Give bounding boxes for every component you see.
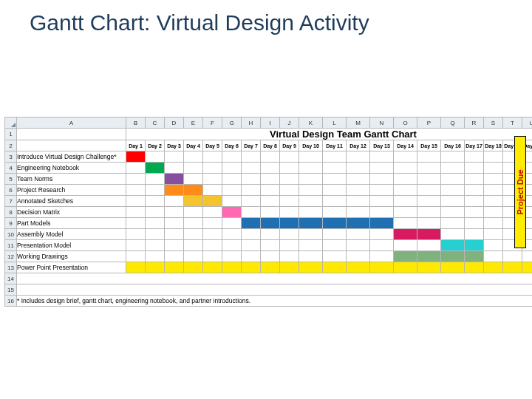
gantt-cell	[184, 196, 203, 207]
spreadsheet-gantt: A B C D E F G H I J K L M N O P Q R S T …	[4, 117, 528, 307]
gantt-cell	[261, 151, 280, 163]
col-header[interactable]: A	[17, 117, 126, 129]
gantt-cell	[299, 196, 323, 207]
day-header: Day 17	[465, 140, 484, 151]
gantt-cell	[347, 262, 370, 273]
gantt-cell	[222, 229, 242, 240]
col-header[interactable]: D	[165, 117, 184, 129]
gantt-chart-title: Virtual Design Team Gantt Chart	[126, 129, 533, 140]
gantt-cell	[261, 174, 280, 185]
gantt-cell	[222, 218, 242, 229]
day-header: Day 12	[347, 140, 370, 151]
row-header[interactable]: 10	[5, 229, 17, 240]
gantt-cell	[370, 262, 394, 273]
col-header[interactable]: L	[323, 117, 347, 129]
gantt-cell	[261, 229, 280, 240]
gantt-cell	[441, 262, 465, 273]
col-header[interactable]: Q	[441, 117, 465, 129]
col-header[interactable]: M	[347, 117, 370, 129]
gantt-cell	[184, 229, 203, 240]
gantt-cell	[417, 174, 441, 185]
gantt-cell	[394, 251, 417, 262]
gantt-cell	[299, 174, 323, 185]
gantt-cell	[441, 229, 465, 240]
gantt-cell	[522, 262, 533, 273]
row-header[interactable]: 3	[5, 151, 17, 163]
gantt-cell	[126, 196, 146, 207]
gantt-cell	[222, 163, 242, 174]
row-header[interactable]: 1	[5, 129, 17, 140]
day-header: Day 13	[370, 140, 394, 151]
col-header[interactable]: P	[417, 117, 441, 129]
task-label: Assembly Model	[17, 229, 126, 240]
row-header[interactable]: 5	[5, 174, 17, 185]
row-header[interactable]: 16	[5, 296, 17, 307]
gantt-cell	[280, 240, 299, 251]
row-header[interactable]: 8	[5, 207, 17, 218]
gantt-cell	[441, 240, 465, 251]
row-header[interactable]: 6	[5, 185, 17, 196]
row-header[interactable]: 9	[5, 218, 17, 229]
gantt-cell	[261, 240, 280, 251]
gantt-cell	[465, 185, 484, 196]
gantt-cell	[261, 196, 280, 207]
gantt-cell	[126, 174, 146, 185]
col-header[interactable]: H	[242, 117, 261, 129]
gantt-cell	[184, 240, 203, 251]
gantt-cell	[165, 151, 184, 163]
gantt-cell	[347, 163, 370, 174]
col-header[interactable]: O	[394, 117, 417, 129]
gantt-cell	[347, 229, 370, 240]
col-header[interactable]: G	[222, 117, 242, 129]
gantt-cell	[280, 151, 299, 163]
gantt-cell	[484, 229, 503, 240]
col-header[interactable]: U	[522, 117, 533, 129]
gantt-cell	[299, 229, 323, 240]
gantt-cell	[184, 151, 203, 163]
col-header[interactable]: J	[280, 117, 299, 129]
gantt-cell	[323, 251, 347, 262]
row-header[interactable]: 13	[5, 262, 17, 273]
row-header[interactable]: 7	[5, 196, 17, 207]
gantt-cell	[146, 151, 165, 163]
gantt-cell	[347, 185, 370, 196]
gantt-cell	[484, 163, 503, 174]
col-header[interactable]: E	[184, 117, 203, 129]
col-header[interactable]: T	[503, 117, 522, 129]
gantt-cell	[242, 151, 261, 163]
gantt-cell	[484, 196, 503, 207]
select-all-corner[interactable]	[5, 117, 17, 129]
slide-title: Gantt Chart: Virtual Design Activity	[0, 0, 532, 35]
row-header[interactable]: 2	[5, 140, 17, 151]
gantt-cell	[417, 151, 441, 163]
col-header[interactable]: K	[299, 117, 323, 129]
gantt-cell	[465, 218, 484, 229]
day-header: Day 2	[146, 140, 165, 151]
gantt-cell	[394, 218, 417, 229]
project-due-banner: Project Due	[514, 136, 526, 248]
gantt-cell	[280, 262, 299, 273]
day-header: Day 5	[203, 140, 222, 151]
day-header: Day 3	[165, 140, 184, 151]
col-header[interactable]: I	[261, 117, 280, 129]
col-header[interactable]: B	[126, 117, 146, 129]
col-header[interactable]: C	[146, 117, 165, 129]
gantt-cell	[441, 218, 465, 229]
row-header[interactable]: 12	[5, 251, 17, 262]
gantt-cell	[146, 185, 165, 196]
table-row: 9Part Models	[5, 218, 533, 229]
col-header[interactable]: F	[203, 117, 222, 129]
row-header[interactable]: 14	[5, 273, 17, 284]
table-row: 10Assembly Model	[5, 229, 533, 240]
gantt-cell	[441, 174, 465, 185]
table-row: 15	[5, 284, 533, 296]
gantt-cell	[465, 262, 484, 273]
col-header[interactable]: N	[370, 117, 394, 129]
col-header[interactable]: R	[465, 117, 484, 129]
column-header-row: A B C D E F G H I J K L M N O P Q R S T …	[5, 117, 533, 129]
day-header: Day 6	[222, 140, 242, 151]
row-header[interactable]: 15	[5, 284, 17, 296]
col-header[interactable]: S	[484, 117, 503, 129]
row-header[interactable]: 11	[5, 240, 17, 251]
row-header[interactable]: 4	[5, 163, 17, 174]
